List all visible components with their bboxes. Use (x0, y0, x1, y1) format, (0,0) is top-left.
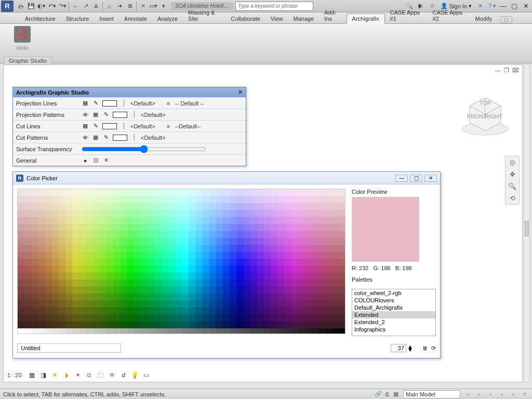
design-options-icon[interactable]: ▦ (392, 391, 400, 397)
graphic-studio-titlebar[interactable]: Archigrafix Graphic Studio ✕ (13, 87, 246, 97)
undo-icon[interactable]: ↶▾ (47, 1, 57, 11)
view-restore-icon[interactable]: ❐ (504, 67, 509, 74)
visual-style-icon[interactable]: ◨ (39, 371, 48, 379)
palette-item[interactable]: COLOURlovers (352, 297, 435, 304)
line-weight-icon[interactable]: ≡ (165, 123, 172, 130)
view-cube[interactable]: TOP FRONT RIGHT (459, 88, 511, 140)
transparency-slider[interactable] (82, 145, 206, 153)
eyedropper-icon[interactable]: ✎ (102, 134, 110, 141)
section-icon[interactable]: ➜ (114, 1, 125, 11)
close-icon[interactable]: ✕ (238, 89, 243, 96)
pattern-icon[interactable]: ▦ (92, 111, 99, 118)
palette-name-field[interactable]: Untitled (17, 343, 121, 353)
weight-dropdown[interactable]: --Default-- (175, 123, 206, 129)
view-scale[interactable]: 1 : 20 (7, 372, 22, 378)
palette-item[interactable]: Extended_2 (352, 318, 435, 326)
view-minimize-icon[interactable]: — (495, 67, 501, 74)
tab-modify[interactable]: Modify (470, 14, 497, 23)
full-nav-wheel-icon[interactable]: ◎ (510, 158, 515, 166)
tab-massing-site[interactable]: Massing & Site (183, 8, 226, 23)
line-weight-icon[interactable]: ≡ (165, 100, 172, 107)
switch-windows-icon[interactable]: ▭▾ (148, 1, 158, 11)
tab-add-ins[interactable]: Add-Ins (319, 8, 346, 23)
orbit-icon[interactable]: ⟲ (510, 194, 515, 202)
customize-qat-icon[interactable]: ▾ (158, 1, 169, 11)
select-underlay-icon[interactable]: ▫ (475, 391, 483, 397)
exchange-apps-icon[interactable]: ✕ (475, 1, 485, 11)
crop-region-icon[interactable]: ⬚ (97, 371, 105, 379)
tab-case-apps-2[interactable]: CASE Apps #2 (428, 8, 470, 23)
tab-structure[interactable]: Structure (61, 14, 95, 23)
zoom-icon[interactable]: 🔍 (508, 182, 516, 190)
pattern-icon[interactable]: ▦ (82, 123, 89, 130)
reveal-hidden-icon[interactable]: 💡 (131, 371, 139, 379)
temporary-hide-icon[interactable]: ☌ (119, 371, 128, 379)
3d-icon[interactable]: ⌂ (104, 1, 114, 11)
color-spectrum[interactable] (17, 189, 345, 334)
text-icon[interactable]: A (91, 1, 101, 11)
tab-collaborate[interactable]: Collaborate (226, 14, 265, 23)
select-links-icon[interactable]: ▫ (463, 391, 472, 397)
filter-icon[interactable]: ▿ (521, 391, 529, 397)
apply-icon[interactable]: ● (82, 157, 89, 164)
minimize-icon[interactable]: — (395, 175, 408, 182)
minimize-button[interactable]: — (498, 2, 508, 10)
line-pattern-icon[interactable]: ┊ (130, 134, 138, 141)
tab-manage[interactable]: Manage (288, 14, 320, 23)
palette-item[interactable]: Extended (352, 311, 435, 318)
sync-icon[interactable]: ◐▾ (36, 1, 47, 11)
unhide-icon[interactable]: 👁 (108, 371, 116, 379)
pattern-icon[interactable]: ▦ (92, 134, 99, 141)
default-dropdown[interactable]: <Default> (141, 135, 172, 141)
default-dropdown[interactable]: <Default> (130, 100, 162, 107)
color-picker-titlebar[interactable]: R Color Picker — ▢ ✕ (13, 172, 440, 184)
pattern-icon[interactable]: ▦ (82, 100, 89, 107)
tab-insert[interactable]: Insert (94, 14, 119, 23)
line-pattern-icon[interactable]: ┊ (120, 100, 127, 107)
line-pattern-icon[interactable]: ┊ (130, 111, 138, 118)
detail-level-icon[interactable]: ▦ (28, 371, 36, 379)
palette-item[interactable]: Infographics (352, 326, 435, 333)
stepper-down[interactable]: ▼ (407, 348, 413, 351)
close-button[interactable]: ✕ (521, 2, 531, 10)
line-pattern-icon[interactable]: ┊ (120, 123, 127, 130)
drag-elements-icon[interactable]: ▫ (509, 391, 517, 397)
save-icon[interactable]: 💾 (26, 1, 36, 11)
main-model-selector[interactable]: Main Model (403, 390, 460, 398)
vertical-scrollbar[interactable] (524, 64, 530, 382)
tab-view[interactable]: View (265, 14, 288, 23)
tab-archigrafix[interactable]: Archigrafix (347, 14, 385, 24)
select-pinned-icon[interactable]: ▫ (486, 391, 495, 397)
default-dropdown[interactable]: <Default> (130, 123, 162, 129)
palette-list[interactable]: color_wheel_2-rgbCOLOURloversDefault_Arc… (352, 289, 436, 336)
export-icon[interactable]: 🗎 (422, 345, 428, 352)
color-swatch[interactable] (113, 112, 127, 118)
palette-index-input[interactable] (391, 344, 406, 352)
open-icon[interactable]: 🗁 (16, 1, 26, 11)
tab-architecture[interactable]: Architecture (20, 14, 61, 23)
refresh-icon[interactable]: ⟳ (431, 345, 436, 352)
maximize-button[interactable]: ▢ (509, 2, 520, 10)
redo-icon[interactable]: ↷▾ (57, 1, 68, 11)
eyedropper-icon[interactable]: ✎ (92, 123, 99, 130)
pan-icon[interactable]: ✥ (510, 170, 515, 178)
tab-annotate[interactable]: Annotate (119, 14, 152, 23)
close-icon[interactable]: ✕ (424, 175, 437, 182)
weight-dropdown[interactable]: -- Default -- (175, 100, 206, 107)
app-logo[interactable]: R (1, 1, 14, 12)
color-swatch[interactable] (102, 100, 117, 107)
tab-analyze[interactable]: Analyze (152, 14, 183, 23)
default-dropdown[interactable]: <Default> (141, 112, 172, 118)
reset-icon[interactable]: ✕ (102, 157, 110, 164)
crop-view-icon[interactable]: ⧉ (85, 371, 94, 379)
view-close-icon[interactable]: ⌧ (512, 67, 519, 74)
halftone-icon[interactable]: ⊡ (92, 157, 99, 164)
select-face-icon[interactable]: ▫ (498, 391, 506, 397)
color-swatch[interactable] (113, 135, 127, 141)
help-icon[interactable]: ？▾ (486, 1, 497, 11)
shadows-icon[interactable]: ◗ (62, 371, 71, 379)
help-search-input[interactable] (235, 2, 313, 11)
maximize-icon[interactable]: ▢ (410, 175, 422, 182)
visibility-icon[interactable]: 👁 (82, 111, 89, 118)
eyedropper-icon[interactable]: ✎ (102, 111, 110, 118)
